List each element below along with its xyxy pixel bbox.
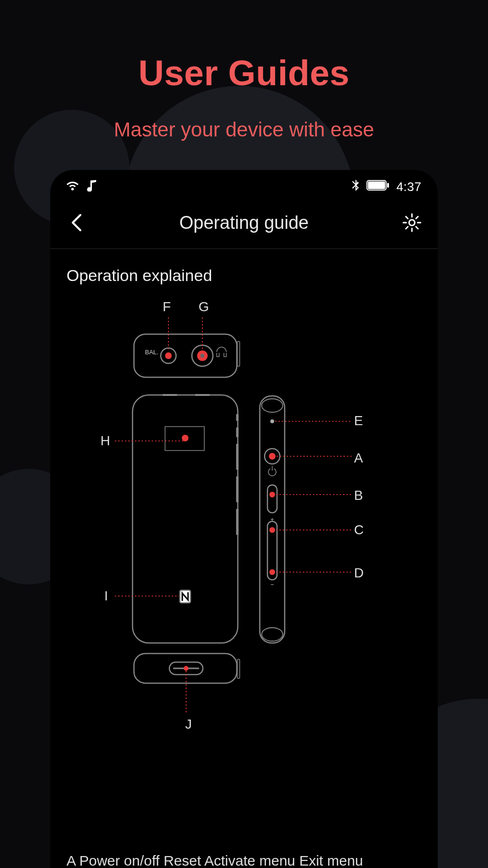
device-diagram: F G H I E A B C D J BAL. xyxy=(67,299,421,840)
svg-rect-21 xyxy=(267,485,277,513)
status-bar: 4:37 xyxy=(50,170,438,200)
svg-rect-2 xyxy=(387,183,389,188)
wifi-icon xyxy=(67,180,80,193)
section-heading: Operation explained xyxy=(67,266,421,285)
svg-rect-10 xyxy=(237,341,240,366)
svg-point-13 xyxy=(182,435,189,441)
svg-point-23 xyxy=(269,527,275,533)
svg-point-24 xyxy=(269,569,275,575)
settings-button[interactable] xyxy=(400,211,423,234)
svg-point-3 xyxy=(409,220,415,225)
svg-rect-1 xyxy=(368,181,385,189)
footer-text: A Power on/off Reset Activate menu Exit … xyxy=(67,853,363,868)
diagram-svg xyxy=(67,299,421,740)
svg-rect-11 xyxy=(133,395,238,643)
svg-point-20 xyxy=(269,453,276,460)
svg-point-9 xyxy=(200,354,204,358)
svg-rect-4 xyxy=(134,334,237,377)
bluetooth-icon xyxy=(351,179,360,195)
app-header: Operating guide xyxy=(50,200,438,249)
back-button[interactable] xyxy=(65,211,88,234)
svg-point-6 xyxy=(165,352,172,359)
svg-point-32 xyxy=(269,492,275,497)
music-note-icon xyxy=(87,179,97,194)
svg-point-18 xyxy=(270,419,274,423)
page-title: Operating guide xyxy=(88,213,400,233)
promo-subtitle: Master your device with ease xyxy=(0,118,488,141)
status-clock: 4:37 xyxy=(396,180,421,194)
device-screenshot: 4:37 Operating guide Operation explained… xyxy=(50,170,438,868)
svg-point-16 xyxy=(262,399,283,412)
svg-point-17 xyxy=(262,628,283,641)
svg-point-28 xyxy=(184,666,189,671)
svg-rect-29 xyxy=(237,659,240,678)
battery-icon xyxy=(366,180,389,193)
promo-title: User Guides xyxy=(0,0,488,93)
